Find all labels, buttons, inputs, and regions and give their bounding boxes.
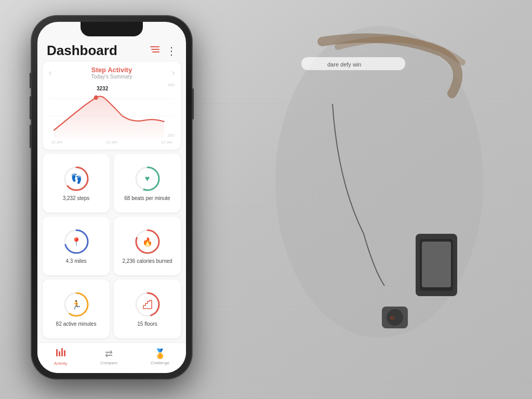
- app-header: Dashboard ⋮: [37, 37, 186, 62]
- app-screen: Dashboard ⋮: [37, 22, 186, 373]
- chart-x-label-end: 12 am: [161, 140, 172, 144]
- phone-outer-shell: Dashboard ⋮: [31, 16, 192, 379]
- svg-rect-33: [61, 348, 63, 356]
- nav-item-challenge[interactable]: 🏅 Challenge: [151, 348, 169, 365]
- filter-icon[interactable]: [150, 45, 160, 56]
- stats-grid: 👣 3,232 steps ♥ 68 beats: [37, 154, 186, 338]
- miles-icon-circle: 📍: [63, 228, 90, 255]
- chart-title-block: Step Activity Today's Summary: [91, 66, 132, 79]
- active-icon-circle: 🏃: [63, 291, 90, 318]
- svg-rect-9: [422, 242, 451, 287]
- phone-volume-up-button: [30, 96, 32, 119]
- active-label: 82 active minutes: [56, 321, 97, 327]
- chart-peak-label: 3232: [97, 86, 108, 91]
- phone-mute-button: [30, 73, 32, 88]
- chart-y-labels: 400 200: [168, 82, 175, 139]
- runner-icon: 🏃: [71, 300, 82, 310]
- header-icons: ⋮: [150, 45, 177, 57]
- miles-label: 4.3 miles: [65, 258, 86, 264]
- location-icon: 📍: [71, 237, 82, 247]
- svg-rect-34: [64, 350, 65, 356]
- menu-icon[interactable]: ⋮: [166, 45, 177, 57]
- chart-x-labels: 12 am 12 pm 12 am: [49, 140, 175, 144]
- chart-section: ‹ Step Activity Today's Summary › 3232: [43, 62, 181, 150]
- challenge-nav-icon: 🏅: [154, 348, 166, 360]
- calories-label: 2,236 calories burned: [122, 258, 172, 264]
- chart-nav-left[interactable]: ‹: [49, 68, 51, 77]
- stairs-icon: [141, 298, 154, 311]
- calories-icon-circle: 🔥: [134, 228, 161, 255]
- floors-label: 15 floors: [137, 321, 157, 327]
- chart-nav-right[interactable]: ›: [172, 68, 175, 77]
- activity-nav-icon: [55, 347, 66, 360]
- steps-label: 3,232 steps: [63, 195, 90, 201]
- nav-item-compare[interactable]: ⇄ Compare: [100, 348, 117, 365]
- chart-svg: [49, 82, 175, 139]
- svg-text:dare defy win: dare defy win: [327, 61, 361, 68]
- chart-title: Step Activity: [91, 66, 132, 74]
- chart-y-label-400: 400: [168, 83, 175, 87]
- svg-rect-32: [59, 351, 60, 356]
- phone-screen: Dashboard ⋮: [37, 22, 186, 373]
- svg-rect-31: [56, 349, 58, 356]
- chart-subtitle: Today's Summary: [91, 74, 132, 79]
- stat-card-calories: 🔥 2,236 calories burned: [114, 217, 181, 275]
- bottom-nav: Activity ⇄ Compare 🏅 Challenge: [37, 342, 186, 373]
- stat-card-floors: 15 floors: [114, 280, 181, 338]
- phone-mockup: Dashboard ⋮: [31, 16, 192, 379]
- floors-icon-circle: [134, 291, 161, 318]
- heart-icon-circle: ♥: [134, 165, 161, 192]
- svg-point-18: [94, 95, 98, 100]
- phone-notch: [81, 22, 143, 36]
- svg-text:TC: TC: [390, 316, 394, 321]
- heart-icon: ♥: [145, 174, 150, 183]
- heart-label: 68 beats per minute: [124, 195, 170, 201]
- chart-x-label-start: 12 am: [51, 140, 62, 144]
- compare-nav-label: Compare: [100, 361, 117, 365]
- chart-area: 3232: [49, 82, 175, 139]
- activity-nav-label: Activity: [54, 361, 67, 366]
- chart-nav: ‹ Step Activity Today's Summary ›: [49, 66, 175, 79]
- phone-power-button: [192, 88, 194, 119]
- stat-card-miles: 📍 4.3 miles: [43, 217, 110, 275]
- chart-y-label-200: 200: [168, 133, 175, 138]
- compare-nav-icon: ⇄: [105, 348, 113, 360]
- app-title: Dashboard: [47, 43, 117, 59]
- stat-card-heart: ♥ 68 beats per minute: [114, 154, 181, 212]
- nav-item-activity[interactable]: Activity: [54, 347, 67, 366]
- phone-volume-down-button: [30, 125, 32, 148]
- fire-icon: 🔥: [142, 237, 153, 247]
- stat-card-steps: 👣 3,232 steps: [43, 154, 110, 212]
- svg-point-11: [387, 309, 403, 326]
- stat-card-active: 🏃 82 active minutes: [43, 280, 110, 338]
- steps-icon-circle: 👣: [63, 165, 90, 192]
- chart-x-label-mid: 12 pm: [106, 140, 117, 144]
- challenge-nav-label: Challenge: [151, 361, 169, 365]
- steps-icon: 👣: [71, 173, 82, 184]
